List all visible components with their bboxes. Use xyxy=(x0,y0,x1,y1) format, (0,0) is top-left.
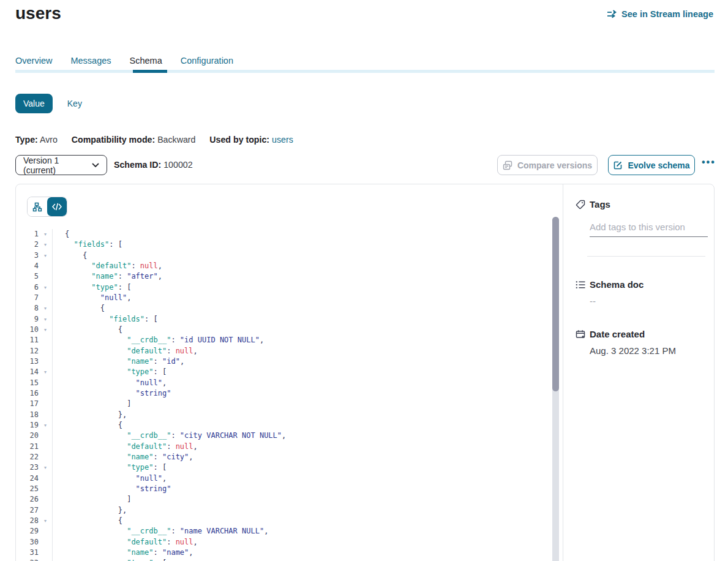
fold-spacer xyxy=(39,505,52,516)
code-line: 30 "default": null, xyxy=(16,537,563,548)
tree-view-icon xyxy=(32,202,42,212)
fold-toggle-icon[interactable]: ▾ xyxy=(39,325,52,335)
line-number: 25 xyxy=(16,484,39,494)
fold-spacer xyxy=(39,442,52,452)
code-view-icon xyxy=(52,203,62,211)
code-line: 7 "null", xyxy=(16,293,563,303)
compare-versions-button[interactable]: Compare versions xyxy=(497,155,598,175)
editor-scrollbar-track[interactable] xyxy=(552,217,559,561)
code-text: "name": "id", xyxy=(52,356,184,367)
version-bar: Version 1 (current) Schema ID: 100002 Co… xyxy=(0,155,728,176)
code-text: "name": "name", xyxy=(52,548,193,558)
fold-toggle-icon[interactable]: ▾ xyxy=(39,420,52,431)
date-created-value: Aug. 3 2022 3:21 PM xyxy=(590,345,705,356)
key-toggle-button[interactable]: Key xyxy=(67,99,82,108)
line-number: 26 xyxy=(16,494,39,505)
tab-overview[interactable]: Overview xyxy=(15,56,52,66)
fold-spacer xyxy=(39,356,52,367)
fold-toggle-icon[interactable]: ▾ xyxy=(39,367,52,377)
compatibility-mode-label: Compatibility mode: xyxy=(72,135,155,145)
code-line: 16 "string" xyxy=(16,388,563,399)
fold-spacer xyxy=(39,452,52,462)
line-number: 5 xyxy=(16,271,39,282)
evolve-schema-label: Evolve schema xyxy=(628,160,689,170)
code-view-button[interactable] xyxy=(47,197,67,216)
code-line: 4 "default": null, xyxy=(16,261,563,271)
code-line: 21 "default": null, xyxy=(16,442,563,452)
tree-view-button[interactable] xyxy=(28,197,47,216)
add-tags-input[interactable] xyxy=(590,220,708,237)
fold-toggle-icon[interactable]: ▾ xyxy=(39,239,52,250)
code-text: "type": [ xyxy=(52,558,167,561)
schema-id-label: Schema ID: xyxy=(114,160,161,170)
code-line: 10▾ { xyxy=(16,325,563,335)
line-number: 18 xyxy=(16,410,39,420)
evolve-schema-icon xyxy=(613,160,623,170)
code-text: "null", xyxy=(52,473,167,484)
code-line: 8▾ { xyxy=(16,303,563,314)
line-number: 22 xyxy=(16,452,39,462)
compare-versions-label: Compare versions xyxy=(517,160,592,170)
code-line: 22 "name": "city", xyxy=(16,452,563,462)
code-line: 26 ] xyxy=(16,494,563,505)
schema-doc-title: Schema doc xyxy=(590,279,644,290)
evolve-schema-button[interactable]: Evolve schema xyxy=(608,155,695,175)
schema-code-editor[interactable]: 1▾{2▾ "fields": [3▾ {4 "default": null,5… xyxy=(16,229,563,561)
fold-toggle-icon[interactable]: ▾ xyxy=(39,282,52,293)
tab-configuration[interactable]: Configuration xyxy=(181,56,233,66)
editor-view-toggle xyxy=(27,197,67,217)
code-text: "__crdb__": "name VARCHAR NULL", xyxy=(52,526,268,537)
code-line: 24 "null", xyxy=(16,473,563,484)
more-options-button[interactable]: ••• xyxy=(702,157,716,168)
type-label: Type: xyxy=(15,135,38,145)
see-in-stream-lineage-link[interactable]: See in Stream lineage xyxy=(607,9,713,19)
fold-toggle-icon[interactable]: ▾ xyxy=(39,250,52,261)
fold-toggle-icon[interactable]: ▾ xyxy=(39,516,52,526)
code-line: 13 "name": "id", xyxy=(16,356,563,367)
code-line: 19▾ { xyxy=(16,420,563,431)
editor-scrollbar-thumb[interactable] xyxy=(552,217,559,391)
fold-spacer xyxy=(39,346,52,356)
fold-toggle-icon[interactable]: ▾ xyxy=(39,558,52,561)
tab-schema[interactable]: Schema xyxy=(130,56,162,66)
code-line: 25 "string" xyxy=(16,484,563,494)
type-value: Avro xyxy=(40,135,58,145)
fold-toggle-icon[interactable]: ▾ xyxy=(39,303,52,314)
code-line: 31 "name": "name", xyxy=(16,548,563,558)
tags-title: Tags xyxy=(590,199,610,209)
gutter-divider xyxy=(52,229,53,561)
line-number: 19 xyxy=(16,420,39,431)
code-text: }, xyxy=(52,505,127,516)
topic-link[interactable]: users xyxy=(272,135,293,145)
code-line: 3▾ { xyxy=(16,250,563,261)
code-line: 2▾ "fields": [ xyxy=(16,239,563,250)
value-toggle-button[interactable]: Value xyxy=(15,94,53,113)
fold-spacer xyxy=(39,494,52,505)
code-line: 6▾ "type": [ xyxy=(16,282,563,293)
code-text: "__crdb__": "id UUID NOT NULL", xyxy=(52,335,264,345)
fold-spacer xyxy=(39,410,52,420)
fold-toggle-icon[interactable]: ▾ xyxy=(39,229,52,239)
line-number: 20 xyxy=(16,431,39,441)
code-text: "fields": [ xyxy=(52,239,122,250)
code-text: "fields": [ xyxy=(52,314,158,325)
fold-toggle-icon[interactable]: ▾ xyxy=(39,314,52,325)
fold-spacer xyxy=(39,388,52,399)
tab-messages[interactable]: Messages xyxy=(70,56,111,66)
code-text: { xyxy=(52,229,69,239)
code-line: 23▾ "type": [ xyxy=(16,462,563,473)
code-line: 1▾{ xyxy=(16,229,563,239)
line-number: 28 xyxy=(16,516,39,526)
stream-lineage-label: See in Stream lineage xyxy=(621,9,713,19)
schema-info-sidebar: Tags Schema doc -- xyxy=(563,184,714,561)
line-number: 3 xyxy=(16,250,39,261)
version-select[interactable]: Version 1 (current) xyxy=(15,155,107,175)
version-select-value: Version 1 (current) xyxy=(23,156,92,175)
code-line: 9▾ "fields": [ xyxy=(16,314,563,325)
tab-underline-track xyxy=(15,70,715,73)
code-text: { xyxy=(52,516,122,526)
code-line: 32▾ "type": [ xyxy=(16,558,563,561)
fold-toggle-icon[interactable]: ▾ xyxy=(39,462,52,473)
line-number: 24 xyxy=(16,473,39,484)
line-number: 29 xyxy=(16,526,39,537)
